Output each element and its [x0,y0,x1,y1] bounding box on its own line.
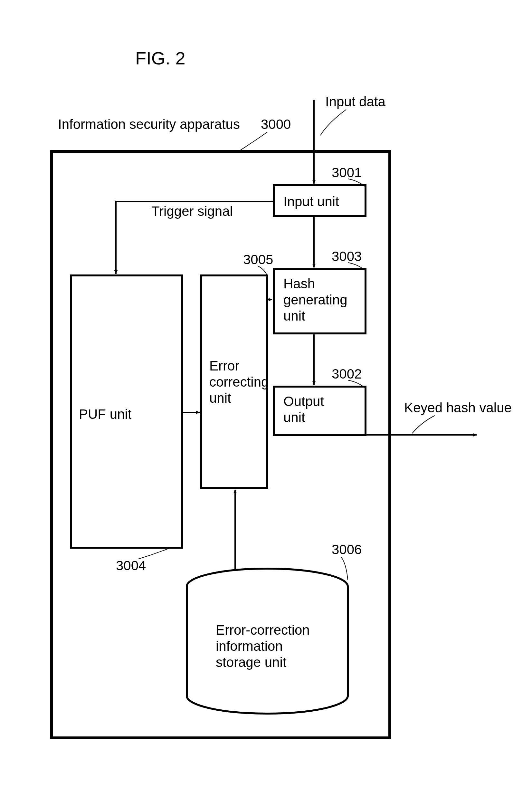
trigger-label: Trigger signal [151,203,233,219]
storage-unit-ref: 3006 [332,542,362,557]
error-unit-l3: unit [209,391,231,406]
input-unit-ref: 3001 [332,165,362,180]
output-unit-ref: 3002 [332,366,362,381]
output-unit-l2: unit [283,410,305,425]
output-label: Keyed hash value [404,400,512,415]
hash-unit-l2: generating [283,292,347,307]
puf-unit-ref: 3004 [116,558,146,573]
apparatus-ref: 3000 [261,117,291,132]
hash-unit-l1: Hash [283,276,315,291]
error-unit-l2: correcting [209,374,269,390]
output-label-leader [412,416,435,433]
apparatus-label: Information security apparatus [58,117,240,132]
output-unit-l1: Output [283,394,324,409]
storage-l1: Error-correction [216,623,310,637]
hash-unit-l3: unit [283,308,305,323]
storage-l2: information [216,638,283,654]
storage-l3: storage unit [216,655,287,670]
figure-label: FIG. 2 [135,48,185,68]
apparatus-leader [238,132,267,152]
puf-unit-label: PUF unit [79,407,132,422]
diagram-canvas: FIG. 2 Information security apparatus 30… [0,0,532,788]
input-data-label: Input data [325,94,386,109]
storage-unit: Error-correction information storage uni… [187,569,348,714]
hash-unit-ref: 3003 [332,249,362,264]
input-unit-label: Input unit [283,194,339,209]
input-data-leader [321,110,346,135]
error-unit-ref: 3005 [243,252,273,267]
error-unit-l1: Error [209,358,239,373]
